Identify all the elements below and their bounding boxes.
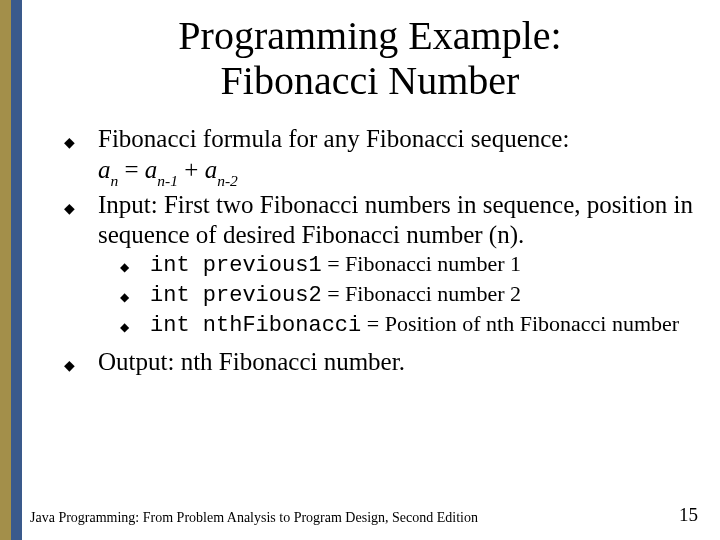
formula-row: an = an-1 + an-2 <box>64 155 710 188</box>
diamond-icon: ◆ <box>120 281 150 304</box>
fn2: n-2 <box>217 172 238 189</box>
sub-bullets: ◆ int previous1 = Fibonacci number 1 ◆ i… <box>64 251 710 339</box>
s3-code: int nthFibonacci <box>150 313 361 338</box>
sub-bullet-2-text: int previous2 = Fibonacci number 2 <box>150 281 710 309</box>
slide: Programming Example: Fibonacci Number ◆ … <box>0 0 720 540</box>
diamond-icon: ◆ <box>120 251 150 274</box>
side-stripe <box>0 0 22 540</box>
page-number: 15 <box>679 504 698 526</box>
title-line-1: Programming Example: <box>178 13 561 58</box>
sub-bullet-1-text: int previous1 = Fibonacci number 1 <box>150 251 710 279</box>
bullet-2-text: Input: First two Fibonacci numbers in se… <box>98 190 710 249</box>
fa3: a <box>205 156 218 183</box>
formula-text: an = an-1 + an-2 <box>98 155 710 188</box>
bullet-1-text: Fibonacci formula for any Fibonacci sequ… <box>98 124 710 154</box>
stripe-gold <box>0 0 11 540</box>
sub-bullet-2: ◆ int previous2 = Fibonacci number 2 <box>120 281 710 309</box>
feq: = <box>118 156 145 183</box>
fa2: a <box>145 156 158 183</box>
bullet-2: ◆ Input: First two Fibonacci numbers in … <box>64 190 710 249</box>
s3-rest: = Position of nth Fibonacci number <box>361 311 679 336</box>
s2-code: int previous2 <box>150 283 322 308</box>
formula-spacer <box>64 155 98 165</box>
sub-bullet-3-text: int nthFibonacci = Position of nth Fibon… <box>150 311 710 339</box>
sub-bullet-3: ◆ int nthFibonacci = Position of nth Fib… <box>120 311 710 339</box>
diamond-icon: ◆ <box>64 190 98 217</box>
fn1: n-1 <box>157 172 178 189</box>
diamond-icon: ◆ <box>120 311 150 334</box>
s2-rest: = Fibonacci number 2 <box>322 281 521 306</box>
diamond-icon: ◆ <box>64 347 98 374</box>
stripe-blue <box>11 0 22 540</box>
sub-bullet-1: ◆ int previous1 = Fibonacci number 1 <box>120 251 710 279</box>
fa: a <box>98 156 111 183</box>
slide-title: Programming Example: Fibonacci Number <box>30 0 710 114</box>
s1-rest: = Fibonacci number 1 <box>322 251 521 276</box>
slide-content: ◆ Fibonacci formula for any Fibonacci se… <box>30 114 710 377</box>
fn: n <box>111 172 119 189</box>
title-line-2: Fibonacci Number <box>221 58 520 103</box>
bullet-1: ◆ Fibonacci formula for any Fibonacci se… <box>64 124 710 154</box>
diamond-icon: ◆ <box>64 124 98 151</box>
fplus: + <box>178 156 205 183</box>
footer-source: Java Programming: From Problem Analysis … <box>30 510 478 526</box>
bullet-3-text: Output: nth Fibonacci number. <box>98 347 710 377</box>
s1-code: int previous1 <box>150 253 322 278</box>
footer: Java Programming: From Problem Analysis … <box>30 504 698 526</box>
bullet-3: ◆ Output: nth Fibonacci number. <box>64 347 710 377</box>
